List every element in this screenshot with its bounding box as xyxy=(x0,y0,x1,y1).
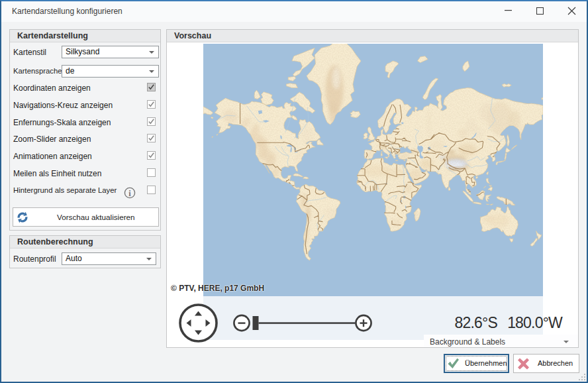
svg-text:i: i xyxy=(128,189,131,198)
